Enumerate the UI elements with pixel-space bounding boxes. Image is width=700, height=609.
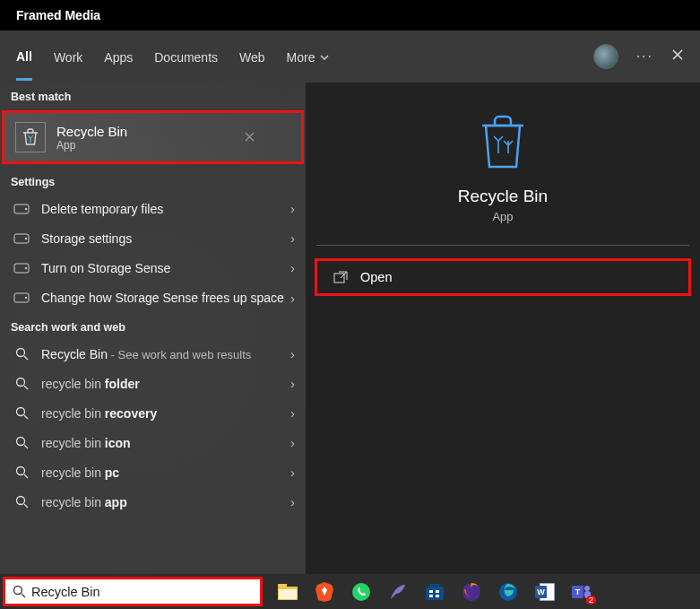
web-suggestion[interactable]: recycle bin pc› [0,457,306,487]
svg-point-3 [25,237,27,239]
svg-line-19 [24,504,28,508]
svg-rect-30 [436,590,439,593]
results-panel: Best match Recycle Bin App Settings Dele… [0,83,306,574]
search-icon [13,585,26,598]
svg-rect-31 [429,595,433,597]
search-icon [11,495,32,509]
svg-rect-29 [429,590,433,593]
chevron-right-icon: › [290,405,295,421]
storage-icon [11,292,32,303]
word-icon[interactable]: W [534,581,556,603]
window-title: Framed Media [16,8,100,22]
search-web-header: Search work and web [0,313,306,339]
file-explorer-icon[interactable] [277,581,298,603]
svg-rect-25 [278,584,287,588]
more-options-button[interactable]: ··· [636,48,653,65]
search-filters-bar: All Work Apps Documents Web More ··· [0,30,700,83]
search-icon [11,347,32,361]
preview-title: Recycle Bin [306,187,700,206]
search-icon [11,465,32,479]
setting-storage-sense[interactable]: Turn on Storage Sense › [0,253,306,283]
svg-text:T: T [575,587,581,596]
chevron-right-icon: › [290,376,295,391]
web-suggestion[interactable]: recycle bin folder› [0,369,306,398]
svg-rect-21 [334,274,344,283]
svg-text:W: W [537,587,545,596]
dismiss-result-button[interactable] [245,130,255,144]
svg-rect-26 [279,589,297,599]
close-icon [671,48,684,61]
svg-point-22 [14,587,22,595]
storage-icon [11,204,32,214]
open-action[interactable]: Open [315,258,691,296]
recycle-bin-icon [15,122,46,152]
tab-documents[interactable]: Documents [154,34,218,79]
svg-point-1 [25,207,27,209]
brave-browser-icon[interactable] [314,581,335,603]
svg-point-12 [16,408,24,416]
web-suggestion[interactable]: recycle bin recovery› [0,398,306,428]
tab-web[interactable]: Web [239,34,265,79]
divider [316,245,689,246]
preview-panel: Recycle Bin App Open [306,83,700,574]
teams-icon[interactable]: T 2 [571,581,592,603]
svg-point-40 [584,586,590,591]
storage-icon [11,233,32,244]
chevron-right-icon: › [290,291,295,306]
close-button[interactable] [671,48,684,65]
chevron-right-icon: › [290,346,295,361]
svg-point-27 [352,583,370,601]
chevron-right-icon: › [290,260,295,275]
chevron-right-icon: › [290,494,295,509]
svg-line-17 [24,474,28,478]
svg-line-15 [24,445,28,448]
notification-badge: 2 [586,596,596,605]
web-suggestion[interactable]: recycle bin app› [0,487,306,517]
chevron-right-icon: › [290,465,295,480]
chevron-down-icon [320,55,329,60]
best-match-subtitle: App [56,139,127,152]
svg-point-8 [16,349,24,357]
close-icon [245,132,255,142]
tab-work[interactable]: Work [54,34,82,79]
web-suggestion[interactable]: recycle bin icon› [0,428,306,457]
edge-icon[interactable] [497,581,519,603]
svg-point-7 [25,297,27,299]
setting-delete-temp-files[interactable]: Delete temporary files › [0,194,306,223]
tab-all[interactable]: All [16,33,32,81]
best-match-result[interactable]: Recycle Bin App [2,110,304,164]
tab-more[interactable]: More [287,34,329,79]
svg-point-10 [16,378,24,387]
svg-line-23 [22,594,25,597]
setting-storage-settings[interactable]: Storage settings › [0,223,306,253]
whatsapp-icon[interactable] [350,581,372,603]
chevron-right-icon: › [290,231,295,246]
store-icon[interactable] [424,581,445,603]
open-icon [333,271,348,283]
svg-point-18 [16,497,24,505]
svg-point-14 [16,438,24,446]
storage-icon [11,263,32,274]
preview-subtitle: App [306,210,700,223]
best-match-header: Best match [0,83,306,109]
search-input[interactable] [31,585,253,599]
svg-line-13 [24,415,28,419]
feather-icon[interactable] [387,581,409,603]
web-suggestion-primary[interactable]: Recycle Bin - See work and web results › [0,339,306,369]
settings-header: Settings [0,168,306,194]
avatar[interactable] [593,44,618,69]
search-icon [11,377,32,390]
tab-apps[interactable]: Apps [104,34,133,79]
taskbar-search[interactable] [3,577,263,606]
setting-storage-sense-config[interactable]: Change how Storage Sense frees up space … [0,283,306,313]
search-icon [11,406,32,420]
chevron-right-icon: › [290,201,295,216]
svg-rect-28 [426,587,444,600]
svg-point-5 [25,266,27,268]
best-match-title: Recycle Bin [56,124,127,139]
svg-rect-32 [436,595,439,597]
open-label: Open [360,270,392,284]
firefox-icon[interactable] [461,581,482,603]
taskbar: W T 2 [0,574,700,609]
svg-line-9 [24,356,28,360]
